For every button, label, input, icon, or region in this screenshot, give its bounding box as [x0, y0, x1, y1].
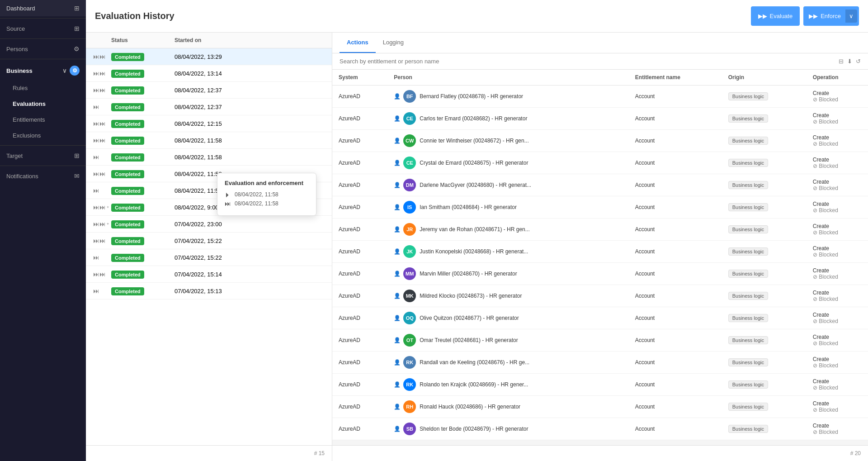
person-cell: 👤 OT Omar Treutel (00248681) - HR genera… [387, 329, 629, 352]
person-cell: 👤 BF Bernard Flatley (00248678) - HR gen… [387, 86, 629, 108]
table-row[interactable]: AzureAD 👤 OT Omar Treutel (00248681) - H… [332, 329, 868, 352]
history-row[interactable]: ⏭ Completed 07/04/2022, 15:13 [86, 283, 332, 299]
history-row[interactable]: ⏭ Completed 08/04/2022, 12:37 [86, 99, 332, 115]
history-row[interactable]: ⏭ Completed 07/04/2022, 15:22 [86, 249, 332, 266]
blocked-badge[interactable]: ⊘ Blocked [813, 229, 862, 236]
avatar: OQ [403, 312, 416, 324]
avatar: SB [403, 423, 416, 435]
origin-badge: Business logic [728, 181, 768, 189]
operation-cell: Create ⊘ Blocked [807, 352, 868, 374]
history-row[interactable]: ⏭⏭ Completed 07/04/2022, 15:14 [86, 266, 332, 283]
operation-cell: Create ⊘ Blocked [807, 130, 868, 152]
sidebar-item-notifications[interactable]: Notifications ✉ [0, 168, 86, 184]
operation-value: Create [813, 378, 829, 385]
history-row[interactable]: ⏭⏭ Completed 08/04/2022, 13:14 [86, 65, 332, 82]
history-row[interactable]: ⏭⏭ Completed 08/04/2022, 12:15 [86, 115, 332, 132]
blocked-badge[interactable]: ⊘ Blocked [813, 274, 862, 280]
person-cell: 👤 JK Justin Konopelski (00248668) - HR g… [387, 241, 629, 263]
table-row[interactable]: AzureAD 👤 CE Carlos ter Emard (00248682)… [332, 108, 868, 130]
table-row[interactable]: AzureAD 👤 JK Justin Konopelski (00248668… [332, 241, 868, 263]
table-row[interactable]: AzureAD 👤 RH Ronald Hauck (00248686) - H… [332, 396, 868, 418]
sidebar-item-source[interactable]: Source ⊞ [0, 20, 86, 37]
entitlement-cell: Account [629, 241, 722, 263]
blocked-badge[interactable]: ⊘ Blocked [813, 252, 862, 258]
operation-cell: Create ⊘ Blocked [807, 196, 868, 219]
table-row[interactable]: AzureAD 👤 OQ Olive Quitzon (00248677) - … [332, 307, 868, 329]
history-row[interactable]: ⏭⏭ Completed 08/04/2022, 13:29 [86, 48, 332, 65]
operation-value: Create [813, 223, 829, 229]
sidebar-item-entitlements[interactable]: Entitlements [0, 112, 86, 128]
sidebar-item-dashboard[interactable]: Dashboard ⊞ [0, 0, 86, 16]
sidebar-item-persons[interactable]: Persons ⚙ [0, 41, 86, 57]
table-row[interactable]: AzureAD 👤 SB Sheldon ter Bode (00248679)… [332, 418, 868, 440]
table-row[interactable]: AzureAD 👤 BF Bernard Flatley (00248678) … [332, 86, 868, 108]
history-row[interactable]: ⏭ Completed 08/04/2022, 11:58 [86, 149, 332, 166]
status-badge-cell: Completed [111, 87, 175, 94]
history-row[interactable]: ⏭⏭ Completed 08/04/2022, 12:37 [86, 82, 332, 99]
origin-badge: Business logic [728, 92, 768, 100]
enforce-button[interactable]: ▶▶ Enforce ∨ [803, 6, 859, 26]
status-badge-cell: Completed [111, 154, 175, 161]
blocked-badge[interactable]: ⊘ Blocked [813, 429, 862, 435]
tab-logging[interactable]: Logging [376, 33, 411, 53]
history-row[interactable]: ⏭⏭ + Completed 07/04/2022, 23:00 [86, 216, 332, 233]
table-row[interactable]: AzureAD 👤 CW Connie ter Wintheiser (0024… [332, 130, 868, 152]
started-date: 08/04/2022, 13:14 [175, 70, 325, 77]
operation-value: Create [813, 290, 829, 296]
person-name: Olive Quitzon (00248677) - HR generator [420, 315, 519, 321]
person-name: Justin Konopelski (00248668) - HR genera… [420, 248, 528, 255]
operation-cell: Create ⊘ Blocked [807, 263, 868, 285]
evaluate-button[interactable]: ▶▶ Evaluate [751, 6, 800, 26]
status-badge-cell: Completed [111, 53, 175, 60]
blocked-badge[interactable]: ⊘ Blocked [813, 185, 862, 191]
sidebar-item-business[interactable]: Business ∨ ⚙ [0, 61, 86, 80]
operation-cell: Create ⊘ Blocked [807, 374, 868, 396]
table-row[interactable]: AzureAD 👤 IS Ian Smitham (00248684) - HR… [332, 196, 868, 219]
table-row[interactable]: AzureAD 👤 RK Rolando ten Krajcik (002486… [332, 374, 868, 396]
row-type-icon: ⏭⏭ [93, 137, 111, 144]
table-row[interactable]: AzureAD 👤 MK Mildred Klocko (00248673) -… [332, 285, 868, 307]
system-cell: AzureAD [332, 285, 387, 307]
history-row[interactable]: ⏭⏭ Completed 08/04/2022, 11:58 [86, 132, 332, 149]
blocked-badge[interactable]: ⊘ Blocked [813, 296, 862, 302]
operation-cell: Create ⊘ Blocked [807, 108, 868, 130]
person-icon: 👤 [394, 160, 401, 166]
blocked-badge[interactable]: ⊘ Blocked [813, 385, 862, 391]
download-icon[interactable]: ⬇ [847, 58, 852, 65]
table-row[interactable]: AzureAD 👤 RK Randall van de Keeling (002… [332, 352, 868, 374]
enforce-dropdown-arrow[interactable]: ∨ [845, 10, 857, 23]
status-badge: Completed [111, 70, 144, 78]
blocked-badge[interactable]: ⊘ Blocked [813, 362, 862, 369]
business-settings-icon[interactable]: ⚙ [70, 66, 80, 76]
origin-badge: Business logic [728, 380, 768, 389]
status-badge-cell: Completed [111, 271, 175, 278]
sidebar-item-target[interactable]: Target ⊞ [0, 147, 86, 164]
entitlement-cell: Account [629, 396, 722, 418]
table-row[interactable]: AzureAD 👤 DM Darlene MacGyver (00248680)… [332, 174, 868, 196]
blocked-badge[interactable]: ⊘ Blocked [813, 407, 862, 413]
evaluate-icon: ▶▶ [758, 13, 767, 19]
person-icon: 👤 [394, 204, 401, 210]
tab-actions[interactable]: Actions [340, 33, 376, 53]
sidebar-item-evaluations[interactable]: Evaluations [0, 96, 86, 112]
sidebar-item-exclusions[interactable]: Exclusions [0, 128, 86, 143]
blocked-badge[interactable]: ⊘ Blocked [813, 141, 862, 147]
refresh-icon[interactable]: ↺ [856, 58, 861, 65]
row-type-icon: ⏭⏭ + [93, 220, 111, 228]
person-cell: 👤 MM Marvin Miller (00248670) - HR gener… [387, 263, 629, 285]
table-row[interactable]: AzureAD 👤 JR Jeremy van de Rohan (002486… [332, 219, 868, 241]
blocked-badge[interactable]: ⊘ Blocked [813, 119, 862, 125]
table-row[interactable]: AzureAD 👤 MM Marvin Miller (00248670) - … [332, 263, 868, 285]
sidebar-item-rules[interactable]: Rules [0, 80, 86, 96]
search-input[interactable] [340, 58, 835, 65]
person-icon: 👤 [394, 271, 401, 277]
person-cell: 👤 OQ Olive Quitzon (00248677) - HR gener… [387, 307, 629, 329]
blocked-badge[interactable]: ⊘ Blocked [813, 340, 862, 347]
blocked-badge[interactable]: ⊘ Blocked [813, 163, 862, 169]
history-row[interactable]: ⏭⏭ Completed 07/04/2022, 15:22 [86, 233, 332, 249]
filter-icon[interactable]: ⊟ [839, 58, 844, 65]
table-row[interactable]: AzureAD 👤 CE Crystal de Emard (00248675)… [332, 152, 868, 174]
blocked-badge[interactable]: ⊘ Blocked [813, 318, 862, 324]
blocked-badge[interactable]: ⊘ Blocked [813, 207, 862, 214]
blocked-badge[interactable]: ⊘ Blocked [813, 96, 862, 103]
